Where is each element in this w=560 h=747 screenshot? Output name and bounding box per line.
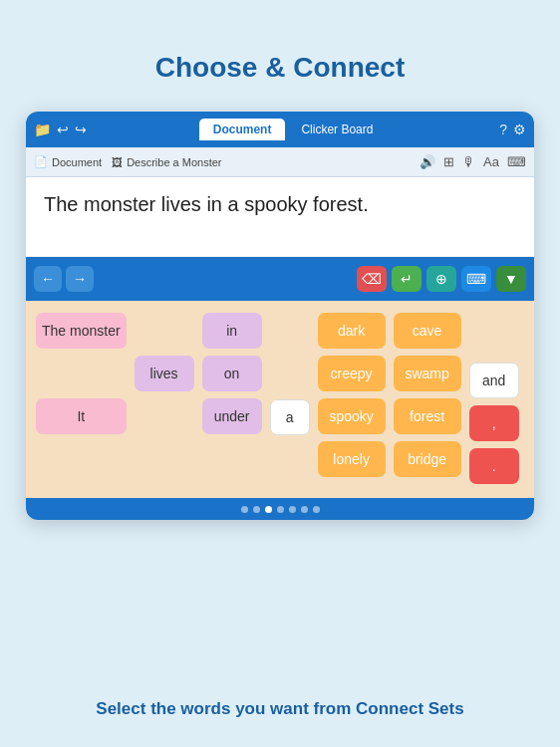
conjunctions-column: and , . <box>469 313 519 484</box>
footer-text: Select the words you want from Connect S… <box>96 699 463 719</box>
volume-icon[interactable]: 🔊 <box>420 154 435 169</box>
toolbar: 📁 ↩ ↪ Document Clicker Board ? ⚙ <box>26 112 534 147</box>
dot-6 <box>301 506 308 513</box>
page-title: Choose & Connect <box>155 52 405 84</box>
next-button[interactable]: → <box>66 266 94 292</box>
enter-btn[interactable]: ↵ <box>392 266 421 292</box>
settings-icon[interactable]: ⚙ <box>513 122 526 137</box>
tile-forest[interactable]: forest <box>394 398 461 434</box>
font-icon[interactable]: Aa <box>483 154 499 169</box>
tile-comma[interactable]: , <box>469 405 519 441</box>
sub-toolbar: 📄 Document 🖼 Describe a Monster 🔊 ⊞ 🎙 Aa… <box>26 147 534 177</box>
tile-dark[interactable]: dark <box>318 313 386 349</box>
dot-2 <box>253 506 260 513</box>
tile-period[interactable]: . <box>469 448 519 484</box>
prev-button[interactable]: ← <box>34 266 62 292</box>
device-frame: 📁 ↩ ↪ Document Clicker Board ? ⚙ 📄 Docum… <box>26 112 534 520</box>
tile-lives[interactable]: lives <box>135 356 194 391</box>
subjects-column: The monster It <box>36 313 127 484</box>
nouns-column: cave swamp forest bridge <box>394 313 461 484</box>
folder-icon[interactable]: 📁 <box>34 122 51 137</box>
tile-and[interactable]: and <box>469 363 519 398</box>
toolbar-left-icons: 📁 ↩ ↪ <box>34 122 87 137</box>
footer: Select the words you want from Connect S… <box>96 699 463 747</box>
tile-it[interactable]: It <box>36 398 127 434</box>
pagination <box>26 498 534 520</box>
dot-7 <box>313 506 320 513</box>
tile-cave[interactable]: cave <box>394 313 461 349</box>
verbs-column: lives <box>135 313 194 484</box>
toolbar-tabs: Document Clicker Board <box>91 119 495 140</box>
tile-bridge[interactable]: bridge <box>394 441 461 477</box>
dot-1 <box>241 506 248 513</box>
grid-icon[interactable]: ⊞ <box>443 154 454 169</box>
dot-4 <box>277 506 284 513</box>
prepositions-column: in on under <box>202 313 262 484</box>
keyboard-btn[interactable]: ⌨ <box>461 266 491 292</box>
sub-tab-document[interactable]: 📄 Document <box>34 155 102 168</box>
tile-swamp[interactable]: swamp <box>394 356 461 391</box>
tile-a[interactable]: a <box>270 399 310 435</box>
help-icon[interactable]: ? <box>499 122 507 137</box>
tile-on[interactable]: on <box>202 356 262 391</box>
keyboard-sub-icon[interactable]: ⌨ <box>507 154 526 169</box>
document-text: The monster lives in a spooky forest. <box>44 193 516 216</box>
tile-lonely[interactable]: lonely <box>318 441 386 477</box>
blue-band: ← → ⌫ ↵ ⊕ ⌨ ▼ <box>26 257 534 301</box>
dot-3 <box>265 506 272 513</box>
action-buttons: ⌫ ↵ ⊕ ⌨ ▼ <box>357 266 526 292</box>
describe-icon: 🖼 <box>112 156 123 168</box>
sub-tab-describe[interactable]: 🖼 Describe a Monster <box>112 156 221 168</box>
undo-icon[interactable]: ↩ <box>57 122 69 137</box>
document-area: The monster lives in a spooky forest. <box>26 177 534 257</box>
tab-clicker-board[interactable]: Clicker Board <box>287 119 387 140</box>
tile-under[interactable]: under <box>202 398 262 434</box>
sub-toolbar-right-icons: 🔊 ⊞ 🎙 Aa ⌨ <box>420 154 526 169</box>
tile-the-monster[interactable]: The monster <box>36 313 127 349</box>
articles-column: a <box>270 313 310 484</box>
mic-icon[interactable]: 🎙 <box>462 154 475 169</box>
doc-icon: 📄 <box>34 155 48 168</box>
nav-buttons: ← → <box>34 266 94 292</box>
adjectives-column: dark creepy spooky lonely <box>318 313 386 484</box>
backspace-btn[interactable]: ⌫ <box>357 266 387 292</box>
redo-icon[interactable]: ↪ <box>75 122 87 137</box>
tile-in[interactable]: in <box>202 313 262 349</box>
tab-document[interactable]: Document <box>199 119 286 140</box>
vocab-btn[interactable]: ⊕ <box>426 266 456 292</box>
tile-spooky[interactable]: spooky <box>318 398 386 434</box>
toolbar-right-icons: ? ⚙ <box>499 122 526 137</box>
dot-5 <box>289 506 296 513</box>
word-area: The monster It lives in on under a <box>26 301 534 498</box>
expand-btn[interactable]: ▼ <box>496 266 526 292</box>
word-grid: The monster It lives in on under a <box>36 313 524 484</box>
tile-creepy[interactable]: creepy <box>318 356 386 391</box>
